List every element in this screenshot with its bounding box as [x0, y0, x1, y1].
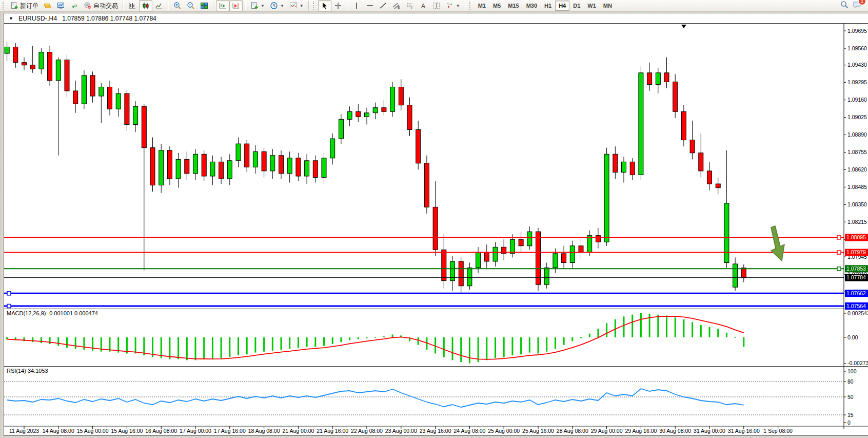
timeframe-m1-button[interactable]: M1 — [475, 1, 489, 11]
svg-text:31 Aug 16:00: 31 Aug 16:00 — [728, 428, 760, 434]
candle-up — [305, 161, 309, 176]
candle-down — [125, 93, 129, 124]
timeframe-m5-button[interactable]: M5 — [489, 1, 504, 11]
line-chart-mode-button[interactable] — [152, 0, 166, 11]
price-chart[interactable]: 1.096951.095601.094301.092951.091601.090… — [4, 24, 868, 437]
candle-down — [356, 111, 361, 117]
candle-down — [484, 252, 489, 261]
timeframe-m15-button[interactable]: M15 — [504, 1, 522, 11]
candle-down — [407, 105, 412, 130]
arrows-button[interactable]: ▼ — [443, 0, 463, 11]
chevron-down-icon[interactable]: ▼ — [280, 4, 284, 8]
candle-down — [382, 108, 386, 112]
svg-text:31 Aug 00:00: 31 Aug 00:00 — [694, 428, 725, 434]
navigator-button[interactable] — [54, 0, 68, 11]
cursor-button[interactable] — [318, 0, 331, 11]
svg-text:23 Aug 00:00: 23 Aug 00:00 — [385, 428, 417, 434]
horizontal-line-button[interactable] — [363, 0, 377, 11]
toolbar-separator — [123, 1, 124, 10]
timeframe-h4-button[interactable]: H4 — [555, 1, 569, 11]
price-line-badges: 1.080951.079791.078531.077841.076621.075… — [845, 234, 868, 310]
svg-text:1.08095: 1.08095 — [846, 234, 866, 240]
vline-icon — [352, 2, 361, 10]
svg-text:22 Aug 08:00: 22 Aug 08:00 — [351, 428, 383, 434]
candle-up — [347, 111, 352, 119]
vertical-line-button[interactable] — [350, 0, 363, 11]
candle-up — [467, 268, 472, 286]
toolbar-grip[interactable] — [3, 2, 6, 10]
fibo-icon: F — [406, 2, 414, 10]
chevron-down-icon[interactable]: ▼ — [456, 4, 460, 8]
timeframe-d1-button[interactable]: D1 — [569, 1, 584, 11]
periods-button[interactable]: ▼ — [267, 0, 287, 11]
svg-text:1 Sep 08:00: 1 Sep 08:00 — [763, 428, 793, 434]
candle-icon — [142, 2, 150, 10]
auto-scroll-button[interactable] — [216, 0, 229, 11]
toolbar-separator — [245, 1, 246, 10]
candlesticks — [5, 42, 746, 293]
candle-down — [65, 60, 69, 91]
trendline-button[interactable] — [377, 0, 390, 11]
svg-text:17 Aug 16:00: 17 Aug 16:00 — [214, 428, 246, 434]
horizontal-price-lines[interactable] — [4, 236, 844, 308]
tile-windows-button[interactable] — [198, 0, 211, 11]
svg-text:0.002543: 0.002543 — [847, 310, 868, 316]
toolbar-separator — [465, 1, 466, 10]
zoom-out-button[interactable] — [184, 0, 198, 11]
zoomin-icon — [173, 2, 182, 10]
candle-down — [245, 144, 249, 167]
svg-text:1.07853: 1.07853 — [846, 265, 866, 272]
candlestick-mode-button[interactable] — [139, 0, 152, 11]
text-label-button[interactable]: T — [430, 0, 443, 11]
templates-button[interactable]: ▼ — [287, 0, 306, 11]
candle-down — [399, 87, 403, 105]
toolbar-grip[interactable] — [313, 2, 317, 10]
search-icon[interactable] — [840, 1, 849, 11]
indicators-button[interactable]: ▼ — [248, 0, 267, 11]
down-arrow-annotation[interactable] — [771, 226, 784, 261]
auto-trading-button[interactable]: 自动交易 — [81, 0, 121, 11]
candle-up — [339, 119, 343, 139]
candle-up — [116, 93, 121, 109]
candle-down — [150, 148, 155, 185]
chart-shift-button[interactable] — [229, 0, 243, 11]
new-order-button[interactable]: 新订单 — [8, 0, 41, 11]
candle-down — [536, 232, 541, 284]
bar-chart-mode-button[interactable] — [126, 0, 139, 11]
line-handle — [837, 267, 841, 271]
chevron-down-icon[interactable]: ▼ — [261, 4, 265, 8]
svg-text:21 Aug 16:00: 21 Aug 16:00 — [317, 428, 348, 434]
svg-text:24 Aug 08:00: 24 Aug 08:00 — [453, 428, 485, 434]
new-order-label: 新订单 — [20, 2, 38, 10]
candle-up — [570, 246, 575, 263]
tiles-icon — [200, 2, 208, 10]
svg-text:30 Aug 08:00: 30 Aug 08:00 — [659, 428, 691, 434]
crosshair-button[interactable] — [331, 0, 345, 11]
zoom-in-button[interactable] — [171, 0, 184, 11]
chart-client: ▼ EURUSD-,H4 1.07859 1.07886 1.07748 1.0… — [4, 13, 868, 436]
chart-plot[interactable] — [4, 42, 844, 415]
candle-down — [416, 129, 421, 163]
equidistant-channel-button[interactable]: E — [390, 0, 403, 11]
fibonacci-button[interactable]: F — [403, 0, 417, 11]
timeframe-mn-button[interactable]: MN — [600, 1, 616, 11]
chevron-down-icon[interactable]: ▼ — [300, 4, 304, 8]
signal-icon — [70, 2, 78, 10]
main-toolbar: 新订单自动交易▼▼▼EFAT▼M1M5M15M30H1H4D1W1MN1 — [0, 0, 868, 12]
chat-button[interactable]: 1 — [853, 1, 862, 11]
text-button[interactable]: A — [417, 0, 430, 11]
chartshift-icon — [232, 2, 240, 10]
channel-icon: E — [392, 2, 401, 10]
candle-up — [553, 254, 558, 268]
timeframe-w1-button[interactable]: W1 — [584, 1, 600, 11]
timeframe-m30-button[interactable]: M30 — [523, 1, 541, 11]
signals-button[interactable] — [68, 0, 81, 11]
market-watch-button[interactable] — [41, 0, 54, 11]
toolbar-grip[interactable] — [469, 2, 473, 10]
candle-down — [707, 171, 712, 184]
svg-text:29 Aug 16:00: 29 Aug 16:00 — [625, 428, 657, 434]
candle-down — [673, 82, 678, 111]
timeframe-h1-button[interactable]: H1 — [541, 1, 555, 11]
candle-up — [133, 106, 138, 124]
chart-menu-arrow-icon[interactable]: ▼ — [9, 16, 13, 21]
